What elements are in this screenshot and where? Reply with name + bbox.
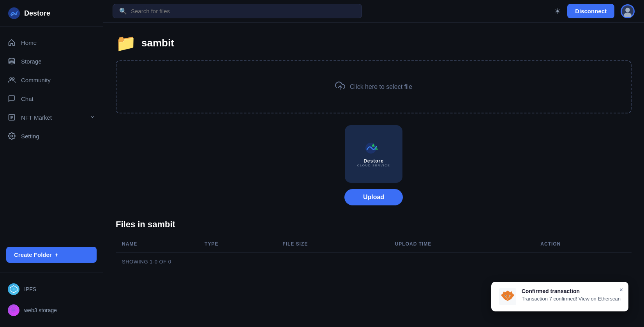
- drop-zone-content: Click here to select file: [335, 81, 412, 93]
- sidebar-item-chat-label: Chat: [21, 95, 34, 102]
- theme-toggle-button[interactable]: ☀: [554, 7, 561, 16]
- sidebar-item-community[interactable]: Community: [0, 71, 103, 89]
- destore-logo-icon: [8, 7, 20, 19]
- col-type: TYPE: [198, 236, 276, 253]
- nft-icon: [8, 113, 16, 121]
- toast-close-button[interactable]: ×: [619, 286, 623, 293]
- storage-providers: IPFS web3 storage: [0, 276, 103, 327]
- col-name: NAME: [116, 236, 198, 253]
- ipfs-avatar: [8, 283, 19, 295]
- create-folder-label: Create Folder: [14, 251, 52, 258]
- upload-button[interactable]: Upload: [344, 189, 403, 205]
- svg-point-13: [365, 143, 376, 154]
- main-content: 📁 sambit Click here to select file: [103, 23, 644, 327]
- search-icon: 🔍: [119, 7, 127, 15]
- sun-icon: ☀: [554, 7, 561, 16]
- sidebar-item-storage[interactable]: Storage: [0, 52, 103, 71]
- files-table: NAME TYPE FILE SIZE UPLOAD TIME ACTION S…: [116, 236, 632, 271]
- col-uploadtime: UPLOAD TIME: [389, 236, 535, 253]
- col-filesize: FILE SIZE: [276, 236, 388, 253]
- sidebar-item-nft-market[interactable]: NFT Market: [0, 108, 103, 127]
- destore-card-logo: [364, 141, 383, 156]
- toast-notification: × Confirmed transaction Transaction 7 co…: [491, 282, 628, 311]
- sidebar-item-chat[interactable]: Chat: [0, 89, 103, 108]
- user-avatar[interactable]: [621, 4, 635, 18]
- svg-point-1: [9, 58, 15, 60]
- svg-point-25: [505, 295, 506, 297]
- drop-zone[interactable]: Click here to select file: [116, 60, 632, 113]
- toast-title: Confirmed transaction: [522, 288, 621, 294]
- svg-point-3: [12, 78, 14, 80]
- web3-avatar: [8, 304, 19, 316]
- chat-icon: [8, 95, 16, 103]
- upload-section: Destore CLOUD SERVICE Upload: [116, 125, 632, 205]
- logo-area: Destore: [0, 0, 103, 27]
- sidebar-item-home[interactable]: Home: [0, 33, 103, 52]
- metamask-fox-icon: [499, 288, 516, 305]
- main-area: 🔍 ☀ Disconnect 📁 sambit: [103, 0, 644, 327]
- sidebar-item-home-label: Home: [21, 39, 37, 46]
- community-icon: [8, 76, 16, 84]
- files-title: Files in sambit: [116, 219, 632, 230]
- folder-name: sambit: [141, 37, 174, 49]
- svg-point-5: [11, 135, 13, 137]
- destore-card-name: Destore: [357, 158, 390, 164]
- folder-header: 📁 sambit: [116, 34, 632, 53]
- disconnect-button[interactable]: Disconnect: [567, 4, 614, 18]
- table-row-showing: SHOWING 1-0 OF 0: [116, 253, 632, 271]
- destore-card-sub: CLOUD SERVICE: [357, 164, 390, 167]
- svg-point-26: [509, 295, 510, 297]
- app-name: Destore: [24, 9, 50, 18]
- toast-content: Confirmed transaction Transaction 7 conf…: [522, 288, 621, 302]
- web3-label: web3 storage: [24, 307, 57, 313]
- destore-logo-card: Destore CLOUD SERVICE: [345, 125, 402, 183]
- sidebar-item-storage-label: Storage: [21, 58, 42, 65]
- search-input[interactable]: [131, 8, 355, 14]
- create-folder-button[interactable]: Create Folder +: [6, 247, 97, 263]
- chevron-down-icon: [90, 114, 95, 121]
- sidebar-divider: [0, 272, 103, 272]
- nav-menu: Home Storage Community Chat: [0, 27, 103, 244]
- sidebar: Destore Home Storage Community: [0, 0, 103, 327]
- search-bar[interactable]: 🔍: [113, 4, 362, 18]
- ipfs-label: IPFS: [24, 286, 36, 292]
- table-body: SHOWING 1-0 OF 0: [116, 253, 632, 271]
- header: 🔍 ☀ Disconnect: [103, 0, 644, 23]
- cloud-upload-icon: [335, 81, 345, 93]
- files-section: Files in sambit NAME TYPE FILE SIZE UPLO…: [116, 219, 632, 271]
- sidebar-item-community-label: Community: [21, 77, 51, 83]
- showing-text: SHOWING 1-0 OF 0: [122, 259, 171, 265]
- folder-icon: 📁: [116, 34, 136, 53]
- table-header: NAME TYPE FILE SIZE UPLOAD TIME ACTION: [116, 236, 632, 253]
- svg-point-2: [10, 78, 12, 80]
- sidebar-item-nft-label: NFT Market: [21, 114, 52, 121]
- svg-point-10: [625, 7, 630, 12]
- sidebar-item-setting[interactable]: Setting: [0, 127, 103, 145]
- storage-item-web3[interactable]: web3 storage: [0, 300, 103, 321]
- create-folder-plus: +: [55, 251, 58, 258]
- drop-zone-text: Click here to select file: [350, 83, 412, 90]
- setting-icon: [8, 132, 16, 140]
- storage-icon: [8, 57, 16, 65]
- sidebar-item-setting-label: Setting: [21, 133, 39, 140]
- header-right: ☀ Disconnect: [554, 4, 635, 18]
- col-action: ACTION: [534, 236, 632, 253]
- home-icon: [8, 39, 16, 46]
- svg-point-7: [12, 288, 15, 290]
- toast-message: Transaction 7 confirmed! View on Ethersc…: [522, 296, 621, 302]
- storage-item-ipfs[interactable]: IPFS: [0, 279, 103, 300]
